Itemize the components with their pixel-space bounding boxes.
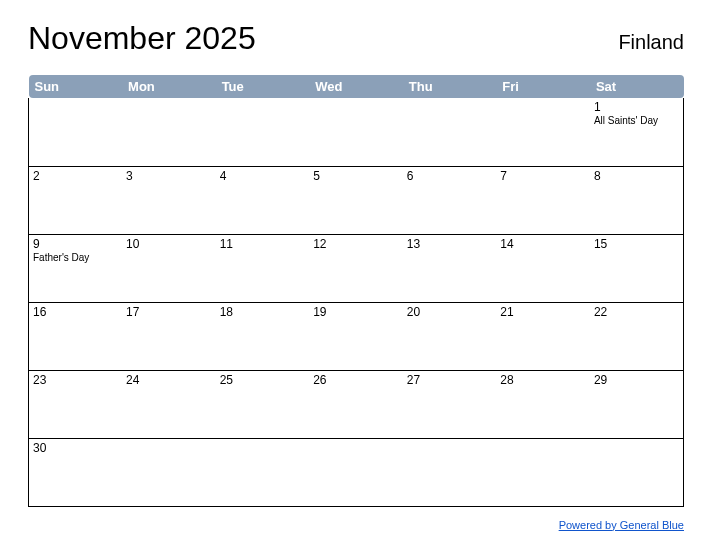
calendar-day-cell	[122, 438, 216, 506]
calendar-day-cell: 11	[216, 234, 310, 302]
calendar-day-cell: 17	[122, 302, 216, 370]
calendar-body: 1All Saints' Day23456789Father's Day1011…	[29, 98, 684, 506]
day-event: Father's Day	[33, 252, 118, 263]
footer: Powered by General Blue	[28, 515, 684, 533]
weekday-thu: Thu	[403, 75, 497, 98]
region-label: Finland	[618, 31, 684, 54]
calendar-day-cell: 12	[309, 234, 403, 302]
day-number: 2	[33, 169, 118, 183]
day-number: 1	[594, 100, 679, 114]
calendar-day-cell: 29	[590, 370, 684, 438]
day-number: 16	[33, 305, 118, 319]
calendar-week-row: 1All Saints' Day	[29, 98, 684, 166]
calendar-day-cell: 7	[496, 166, 590, 234]
calendar-day-cell: 3	[122, 166, 216, 234]
calendar-day-cell: 9Father's Day	[29, 234, 123, 302]
calendar-week-row: 2345678	[29, 166, 684, 234]
day-number: 24	[126, 373, 212, 387]
day-number: 7	[500, 169, 586, 183]
calendar-day-cell: 25	[216, 370, 310, 438]
calendar-day-cell	[590, 438, 684, 506]
calendar-day-cell	[496, 98, 590, 166]
weekday-tue: Tue	[216, 75, 310, 98]
weekday-sat: Sat	[590, 75, 684, 98]
calendar-day-cell	[403, 98, 497, 166]
weekday-sun: Sun	[29, 75, 123, 98]
calendar-day-cell: 10	[122, 234, 216, 302]
calendar-day-cell	[216, 438, 310, 506]
weekday-fri: Fri	[496, 75, 590, 98]
day-number: 6	[407, 169, 493, 183]
day-number: 19	[313, 305, 399, 319]
day-number: 25	[220, 373, 306, 387]
day-number: 15	[594, 237, 679, 251]
calendar-day-cell: 5	[309, 166, 403, 234]
day-number: 8	[594, 169, 679, 183]
calendar-week-row: 9Father's Day101112131415	[29, 234, 684, 302]
calendar-header: November 2025 Finland	[28, 20, 684, 57]
calendar-day-cell: 16	[29, 302, 123, 370]
page-title: November 2025	[28, 20, 256, 57]
day-number: 18	[220, 305, 306, 319]
day-number: 27	[407, 373, 493, 387]
calendar-day-cell: 6	[403, 166, 497, 234]
calendar-day-cell: 18	[216, 302, 310, 370]
calendar-day-cell: 13	[403, 234, 497, 302]
calendar-table: Sun Mon Tue Wed Thu Fri Sat 1All Saints'…	[28, 75, 684, 507]
day-number: 23	[33, 373, 118, 387]
calendar-day-cell	[403, 438, 497, 506]
day-number: 29	[594, 373, 679, 387]
calendar-day-cell: 22	[590, 302, 684, 370]
calendar-day-cell: 28	[496, 370, 590, 438]
day-number: 12	[313, 237, 399, 251]
day-number: 30	[33, 441, 118, 455]
calendar-day-cell	[122, 98, 216, 166]
day-number: 26	[313, 373, 399, 387]
calendar-day-cell: 4	[216, 166, 310, 234]
calendar-day-cell: 26	[309, 370, 403, 438]
day-number: 17	[126, 305, 212, 319]
calendar-day-cell: 14	[496, 234, 590, 302]
calendar-week-row: 23242526272829	[29, 370, 684, 438]
calendar-day-cell	[309, 438, 403, 506]
day-number: 4	[220, 169, 306, 183]
calendar-day-cell: 21	[496, 302, 590, 370]
day-event: All Saints' Day	[594, 115, 679, 126]
day-number: 20	[407, 305, 493, 319]
powered-by-link[interactable]: Powered by General Blue	[559, 519, 684, 531]
day-number: 9	[33, 237, 118, 251]
calendar-day-cell: 2	[29, 166, 123, 234]
day-number: 22	[594, 305, 679, 319]
weekday-header-row: Sun Mon Tue Wed Thu Fri Sat	[29, 75, 684, 98]
calendar-day-cell: 30	[29, 438, 123, 506]
day-number: 10	[126, 237, 212, 251]
calendar-day-cell: 20	[403, 302, 497, 370]
day-number: 11	[220, 237, 306, 251]
calendar-day-cell: 8	[590, 166, 684, 234]
calendar-week-row: 30	[29, 438, 684, 506]
day-number: 14	[500, 237, 586, 251]
day-number: 5	[313, 169, 399, 183]
weekday-wed: Wed	[309, 75, 403, 98]
calendar-day-cell: 24	[122, 370, 216, 438]
calendar-day-cell	[496, 438, 590, 506]
calendar-week-row: 16171819202122	[29, 302, 684, 370]
calendar-day-cell: 1All Saints' Day	[590, 98, 684, 166]
calendar-day-cell	[309, 98, 403, 166]
calendar-day-cell: 23	[29, 370, 123, 438]
calendar-day-cell	[216, 98, 310, 166]
calendar-day-cell: 19	[309, 302, 403, 370]
day-number: 13	[407, 237, 493, 251]
calendar-day-cell	[29, 98, 123, 166]
calendar-day-cell: 15	[590, 234, 684, 302]
weekday-mon: Mon	[122, 75, 216, 98]
day-number: 28	[500, 373, 586, 387]
day-number: 21	[500, 305, 586, 319]
calendar-day-cell: 27	[403, 370, 497, 438]
day-number: 3	[126, 169, 212, 183]
